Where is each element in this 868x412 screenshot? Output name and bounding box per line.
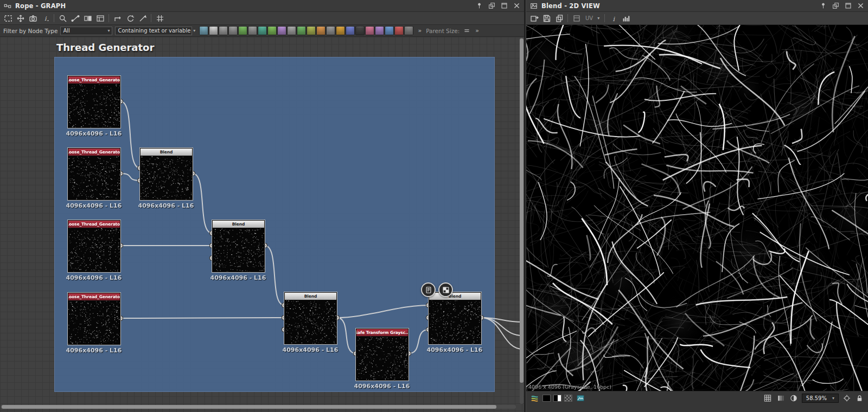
uv-mode-label: UV — [585, 15, 593, 21]
palette-blur-icon[interactable] — [219, 26, 228, 35]
copy-view-icon[interactable] — [553, 13, 565, 23]
pin-icon[interactable] — [819, 2, 827, 10]
filterbar-overflow-button[interactable]: » — [474, 27, 481, 34]
palette-curvature-icon[interactable] — [316, 26, 326, 35]
maximize-icon[interactable] — [500, 2, 508, 10]
palette-uniform-color-icon[interactable] — [209, 26, 218, 35]
svg-text:i: i — [612, 15, 615, 22]
channel-filter-icon[interactable] — [776, 394, 786, 403]
palette-warp-icon[interactable] — [365, 26, 374, 35]
snap-grid-icon[interactable] — [154, 13, 165, 23]
recenter-view-icon[interactable] — [841, 394, 852, 403]
compact-node-display-icon[interactable] — [82, 13, 93, 23]
palette-blend-mask-icon[interactable] — [326, 26, 335, 35]
screenshot-icon[interactable] — [27, 13, 39, 23]
palette-transform-2d-icon[interactable] — [385, 26, 394, 35]
palette-text-icon[interactable] — [375, 26, 384, 35]
channels-icon[interactable] — [529, 394, 540, 403]
graph-node-loose-thread-2[interactable]: Loose_Thread_Generator — [68, 148, 120, 200]
graph-node-loose-thread-3[interactable]: Loose_Thread_Generator — [68, 220, 120, 272]
show-in-2d-view-button[interactable] — [438, 282, 453, 297]
close-icon[interactable] — [856, 2, 865, 10]
texture-canvas[interactable] — [526, 25, 868, 391]
text-filter-value: Containing text or variable — [118, 28, 190, 34]
histogram-icon[interactable] — [620, 13, 631, 23]
image-info-icon[interactable]: i — [608, 13, 619, 23]
grayscale-toggle-icon[interactable] — [789, 394, 799, 403]
close-icon[interactable] — [512, 2, 521, 10]
lock-zoom-icon[interactable] — [854, 394, 865, 403]
graph-canvas[interactable]: Thread Generator Loose_Thread_Generator4… — [0, 37, 524, 412]
save-image-icon[interactable] — [541, 13, 552, 23]
text-filter-dropdown[interactable]: Containing text or variable ▾ — [115, 27, 192, 35]
palette-bitmap-icon[interactable] — [199, 26, 208, 35]
graph-node-loose-thread-1[interactable]: Loose_Thread_Generator — [68, 76, 120, 128]
palette-height-blend-icon[interactable] — [336, 26, 345, 35]
link-style-icon[interactable] — [69, 13, 81, 23]
pin-icon[interactable] — [475, 2, 483, 10]
palette-overflow-button[interactable]: » — [416, 27, 423, 34]
maximize-icon[interactable] — [844, 2, 852, 10]
chevron-down-icon: ▾ — [597, 16, 599, 21]
background-gradient-swatch[interactable] — [553, 395, 561, 402]
uv-mode-dropdown[interactable]: UV ▾ — [583, 15, 602, 21]
view2d-panel-title: Blend - 2D VIEW — [541, 2, 600, 10]
pan-tool-icon[interactable] — [15, 13, 26, 23]
zoom-tool-icon[interactable] — [57, 13, 68, 23]
background-checker-swatch[interactable] — [564, 395, 572, 402]
frame-select-icon[interactable] — [2, 13, 14, 23]
background-black-swatch[interactable] — [542, 395, 551, 402]
node-size-label: 4096x4096 - L16 — [50, 347, 137, 354]
graph-horizontal-scrollbar[interactable] — [1, 405, 516, 409]
view2d-titlebar[interactable]: Blend - 2D VIEW — [526, 0, 868, 12]
background-image-icon[interactable] — [575, 394, 585, 403]
node-info-icon[interactable]: i — [40, 13, 51, 23]
palette-shape-icon[interactable] — [277, 26, 286, 35]
open-reference-button[interactable] — [421, 282, 436, 297]
palette-splatter-icon[interactable] — [307, 26, 316, 35]
svg-text:i: i — [44, 15, 47, 22]
view2d-toolbar: UV ▾ i — [526, 12, 868, 25]
palette-checker-01-icon[interactable] — [355, 26, 365, 35]
palette-output-01-icon[interactable] — [404, 26, 413, 35]
palette-transformation-icon[interactable] — [297, 26, 306, 35]
graph-node-blend-1[interactable]: Blend — [140, 148, 193, 200]
tiling-mode-icon[interactable] — [763, 394, 773, 403]
palette-channel-shuffle-icon[interactable] — [228, 26, 238, 35]
palette-normal-icon[interactable] — [346, 26, 355, 35]
palette-gradient-map-icon[interactable] — [258, 26, 267, 35]
pen-link-icon[interactable] — [137, 13, 148, 23]
node-type-value: All — [63, 28, 69, 34]
graph-node-blend-3[interactable]: Blend — [284, 292, 337, 344]
full-node-display-icon[interactable] — [94, 13, 106, 23]
relayout-loop-icon[interactable] — [124, 13, 136, 23]
palette-directional-blur-icon[interactable] — [248, 26, 257, 35]
graph-panel-titlebar[interactable]: Rope - GRAPH — [0, 0, 524, 12]
node-thumbnail — [68, 156, 120, 199]
float-window-icon[interactable] — [831, 2, 840, 10]
graph-filter-bar: Filter by Node Type All ▾ Containing tex… — [0, 25, 524, 37]
view2d-status-text: 4096 x 4096 (Grayscale, 16bpc) — [528, 384, 611, 390]
view2d-bottom-toolbar: 58.59% ▾ — [526, 391, 868, 412]
graph-panel-title: Rope - GRAPH — [15, 2, 66, 10]
parent-size-presets-icon[interactable] — [462, 25, 471, 36]
float-window-icon[interactable] — [487, 2, 496, 10]
graph-node-loose-thread-4[interactable]: Loose_Thread_Generator — [68, 293, 120, 345]
graph-node-blend-4[interactable]: Blend — [429, 292, 481, 344]
node-title: Loose_Thread_Generator — [68, 221, 120, 228]
palette-tile-sampler-icon[interactable] — [287, 26, 296, 35]
palette-levels-icon[interactable] — [267, 26, 277, 35]
graph-vertical-scrollbar[interactable] — [520, 37, 524, 404]
view-options-icon[interactable] — [571, 13, 582, 23]
node-type-dropdown[interactable]: All ▾ — [60, 27, 112, 35]
node-title: Blend — [141, 149, 192, 156]
node-size-label: 4096x4096 - L16 — [339, 383, 425, 390]
palette-curve-icon[interactable] — [238, 26, 247, 35]
graph-node-blend-2[interactable]: Blend — [212, 220, 265, 272]
palette-fx-map-icon[interactable] — [394, 26, 404, 35]
view2d-viewport[interactable]: 4096 x 4096 (Grayscale, 16bpc) — [526, 25, 868, 391]
export-image-icon[interactable] — [528, 13, 540, 23]
graph-node-safe-transform[interactable]: Safe Transform Graysc... — [356, 329, 409, 381]
zoom-level-control[interactable]: 58.59% ▾ — [802, 394, 839, 403]
elbow-links-icon[interactable] — [112, 13, 123, 23]
